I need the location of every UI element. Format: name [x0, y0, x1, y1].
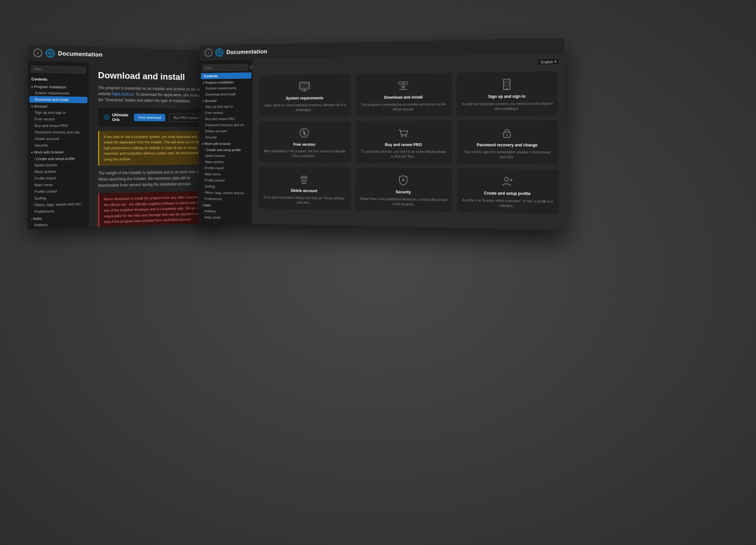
- sidebar-item-signup-2[interactable]: Sign up and sign in: [200, 103, 252, 110]
- card-title-signup: Sign up and sign in: [488, 94, 526, 99]
- warning-text-1: If you plan to use a complete system, yo…: [104, 135, 200, 161]
- buy-pro-button-1[interactable]: Buy PRO-version: [169, 113, 204, 122]
- card-desc-security: Digital Fleur is an established develope…: [360, 196, 447, 207]
- svg-point-12: [219, 52, 220, 53]
- card-icon-free: $: [298, 126, 311, 140]
- card-buy-pro[interactable]: Buy and renew PRO To purchase a license,…: [355, 120, 452, 164]
- sidebar-item-download-1[interactable]: Download and install: [29, 96, 87, 103]
- filter-row-2: ›: [200, 62, 253, 73]
- lang-text-2: English: [541, 60, 553, 64]
- sidebar-item-help-2[interactable]: Help center: [199, 214, 252, 221]
- section-header-account-2[interactable]: ▾Account: [200, 97, 252, 104]
- sidebar-item-profileimport-2[interactable]: Profile import: [199, 165, 252, 171]
- sidebar-contents-1: Contents: [28, 75, 89, 84]
- window-title-2: Documentation: [226, 48, 267, 55]
- svg-point-33: [401, 135, 403, 137]
- card-title-system: System requirements: [286, 96, 323, 101]
- card-desc-password: You need to open the authorization windo…: [462, 149, 554, 160]
- card-system-requirements[interactable]: System requirements Unlike shells to con…: [259, 74, 351, 117]
- card-title-createprofile: Create and setup profile: [484, 191, 531, 197]
- card-panel-2: English ▾: [252, 54, 565, 230]
- logo-icon-2: [215, 48, 223, 57]
- card-title-password: Password recovery and change: [477, 142, 538, 148]
- card-download-install[interactable]: Download and install The program is pres…: [355, 73, 452, 116]
- warning-box-1: If you plan to use a complete system, yo…: [98, 131, 209, 165]
- page-title-1: Download and install: [98, 70, 208, 83]
- section-header-browser-1[interactable]: ▾Work with browser: [28, 149, 89, 156]
- cards-grid-2: System requirements Unlike shells to con…: [258, 71, 559, 214]
- sidebar-item-sysreq-1[interactable]: System requirements: [28, 90, 89, 97]
- svg-point-43: [504, 177, 508, 181]
- card-title-delete: Delete account: [291, 188, 317, 194]
- sidebar-1: Contents ▾Program installation System re…: [27, 61, 89, 229]
- section-header-browser-2[interactable]: ▾Work with browser: [199, 140, 252, 147]
- section-header-createsetup-2[interactable]: ›Create and setup profile: [199, 146, 252, 153]
- card-password[interactable]: Password recovery and change You need to…: [457, 120, 558, 164]
- window-body-1: Contents ▾Program installation System re…: [27, 61, 219, 229]
- card-signup[interactable]: Sign up and sign in To start the registr…: [457, 71, 558, 116]
- card-create-profile[interactable]: Create and setup profile A profile is a …: [457, 168, 558, 214]
- svg-rect-25: [503, 79, 510, 90]
- card-free-version[interactable]: $ Free version After registration in the…: [258, 121, 351, 163]
- sidebar-item-delete-2[interactable]: Delete account: [199, 128, 252, 134]
- sidebar-item-password-2[interactable]: Password recovery and change: [199, 122, 252, 128]
- svg-point-9: [106, 117, 107, 117]
- sidebar-contents-label-2[interactable]: Contents: [201, 72, 251, 79]
- sidebar-item-spaceboards-1[interactable]: Space boards: [28, 161, 89, 169]
- sidebar-item-preferences-2[interactable]: Preferences: [199, 195, 252, 202]
- sidebar-item-free-1[interactable]: Free version: [28, 116, 89, 123]
- sidebar-item-mainmenu-2[interactable]: Main menu: [199, 171, 252, 178]
- content-para1-1: The program is presented as an installer…: [98, 85, 209, 105]
- sidebar-item-surfing-2[interactable]: Surfing: [199, 183, 252, 190]
- window-title-1: Documentation: [58, 50, 103, 58]
- card-delete-account[interactable]: Delete account Go to general browser set…: [258, 167, 351, 210]
- back-button-2[interactable]: ‹: [205, 48, 212, 56]
- sidebar-item-buyrenew-2[interactable]: Buy and renew PRO: [200, 116, 252, 122]
- section-header-program-2[interactable]: ▾Program installation: [200, 78, 253, 85]
- card-icon-buy: [396, 126, 410, 140]
- card-desc-free: After registration in the program, the f…: [263, 149, 346, 159]
- section-program-install-1: ▾Program installation System requirement…: [28, 83, 89, 103]
- sidebar-item-security-2[interactable]: Security: [199, 134, 252, 140]
- lang-chevron-icon-2: ▾: [555, 59, 557, 64]
- sidebar-item-sysreq-2[interactable]: System requirements: [200, 85, 252, 91]
- sidebar-item-free-2[interactable]: Free version: [200, 109, 252, 116]
- section-header-account-1[interactable]: ▾Account: [28, 103, 89, 110]
- svg-point-36: [506, 134, 507, 135]
- section-header-createsetup-1[interactable]: ›Create and setup profile: [28, 155, 89, 162]
- sidebar-item-buyrenew-1[interactable]: Buy and renew PRO: [28, 122, 89, 129]
- sidebar-item-massactions-1[interactable]: Mass actions: [28, 168, 89, 175]
- sidebar-item-profilecontrol-2[interactable]: Profile control: [199, 177, 252, 184]
- orb-link-1[interactable]: https://orb.cc: [112, 92, 134, 97]
- sidebar-item-download-2[interactable]: Download and install: [200, 91, 252, 98]
- svg-rect-17: [300, 82, 309, 89]
- sidebar-item-signup-1[interactable]: Sign up and sign in: [28, 109, 89, 116]
- sidebar-item-spaceboards-2[interactable]: Space boards: [199, 153, 252, 159]
- filter-input-2[interactable]: [202, 64, 248, 71]
- sidebar-item-security-1[interactable]: Security: [28, 142, 89, 149]
- sidebar-item-password-1[interactable]: Password recovery and change: [28, 129, 89, 135]
- sidebar-item-massactions-2[interactable]: Mass actions: [199, 159, 252, 165]
- logo-icon-1: [46, 48, 55, 58]
- card-icon-download: [396, 78, 410, 93]
- orb-app-icon-1: [104, 113, 110, 121]
- free-download-button-1[interactable]: Free download: [134, 113, 165, 121]
- card-desc-createprofile: A profile is a "browser within a browser…: [462, 198, 554, 209]
- sidebar-item-delete-1[interactable]: Delete account: [28, 135, 89, 142]
- orb-logo-area-1: Ultimate Orb: [104, 112, 130, 122]
- window-1: ‹ Documentation Contents ▾Program instal…: [27, 45, 219, 229]
- card-title-buy: Buy and renew PRO: [385, 142, 422, 148]
- filter-input-1[interactable]: [31, 65, 86, 74]
- back-button-1[interactable]: ‹: [33, 48, 42, 57]
- lang-selector-2[interactable]: English ▾: [538, 58, 560, 65]
- section-browser-1: ▾Work with browser ›Create and setup pro…: [27, 149, 89, 229]
- card-security[interactable]: Security Digital Fleur is an established…: [355, 168, 453, 212]
- svg-point-34: [405, 135, 406, 137]
- card-icon-delete: [297, 172, 311, 186]
- sidebar-item-filters-2[interactable]: Filters, tags, search and sorting: [199, 189, 252, 196]
- svg-rect-23: [399, 82, 402, 84]
- window-2: ‹ Documentation › Contents ▾Program inst…: [198, 38, 565, 231]
- filter-toggle-2[interactable]: ›: [250, 65, 253, 70]
- card-desc-system: Unlike shells to control individual brow…: [263, 102, 347, 112]
- card-desc-signup: To start the registration process, you n…: [461, 101, 553, 112]
